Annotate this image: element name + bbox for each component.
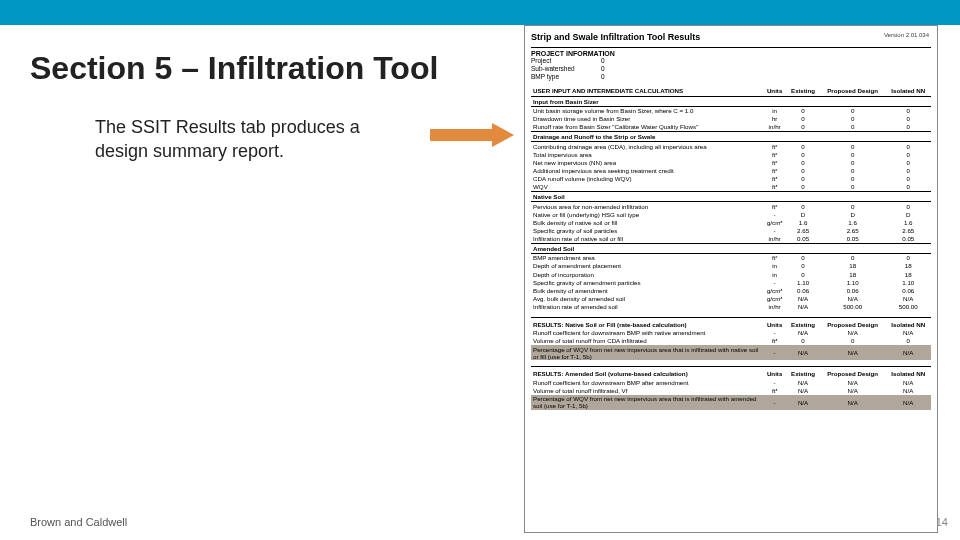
project-info-row: Sub-watershed0 (531, 65, 931, 73)
top-accent-bar (0, 0, 960, 25)
results-amended-table: RESULTS: Amended Soil (volume-based calc… (531, 366, 931, 410)
col-main: USER INPUT AND INTERMEDIATE CALCULATIONS (531, 86, 763, 96)
report-title: Strip and Swale Infiltration Tool Result… (531, 32, 931, 42)
results-amended-header: RESULTS: Amended Soil (volume-based calc… (531, 367, 763, 379)
project-info-row: BMP type0 (531, 73, 931, 81)
table-row: Net new impervious (NN) areaft²000 (531, 158, 931, 166)
table-row: Infiltration rate of native soil or fill… (531, 235, 931, 244)
table-row: Volume of total runoff from CDA infiltra… (531, 337, 931, 345)
report-preview: Strip and Swale Infiltration Tool Result… (524, 25, 938, 533)
table-row: Runoff coefficient for downstream BMP af… (531, 378, 931, 386)
table-row: Depth of amendment placementin01818 (531, 262, 931, 270)
section-name: Input from Basin Sizer (531, 96, 931, 106)
table-row: Runoff coefficient for downstream BMP wi… (531, 329, 931, 337)
section-name: Amended Soil (531, 243, 931, 253)
calc-table: USER INPUT AND INTERMEDIATE CALCULATIONS… (531, 86, 931, 310)
footer-credit: Brown and Caldwell (30, 516, 127, 528)
col-units: Units (763, 86, 786, 96)
results-native-header: RESULTS: Native Soil or Fill (rate-based… (531, 317, 763, 329)
col-proposed: Proposed Design (820, 86, 886, 96)
arrow-icon (430, 123, 520, 147)
table-row: WQVft³000 (531, 183, 931, 192)
table-row: Bulk density of native soil or fillg/cm³… (531, 218, 931, 226)
table-row: CDA runoff volume (including WQV)ft³000 (531, 175, 931, 183)
section-name: Drainage and Runoff to the Strip or Swal… (531, 132, 931, 142)
table-row: Total impervious areaft²000 (531, 150, 931, 158)
body-text: The SSIT Results tab produces a design s… (95, 115, 415, 164)
table-row: Runoff rate from Basin Sizer "Calibrate … (531, 123, 931, 132)
table-row: Percentage of WQV from net new imperviou… (531, 395, 931, 410)
table-row: Depth of incorporationin01818 (531, 270, 931, 278)
section-title: Section 5 – Infiltration Tool (30, 50, 438, 87)
project-info-header: PROJECT INFORMATION (531, 47, 931, 57)
table-row: Bulk density of amendmentg/cm³0.060.060.… (531, 286, 931, 294)
table-row: Additional impervious area seeking treat… (531, 167, 931, 175)
table-row: Drawdown time used in Basin Sizerhr000 (531, 115, 931, 123)
table-row: Pervious area for non-amended infiltrati… (531, 202, 931, 211)
table-row: Volume of total runoff infiltrated, Vfft… (531, 387, 931, 395)
section-name: Native Soil (531, 191, 931, 201)
table-row: Avg. bulk density of amended soilg/cm³N/… (531, 294, 931, 302)
results-native-table: RESULTS: Native Soil or Fill (rate-based… (531, 317, 931, 361)
table-row: Infiltration rate of amended soilin/hrN/… (531, 303, 931, 311)
table-row: BMP amendment areaft²000 (531, 253, 931, 262)
project-info-row: Project0 (531, 57, 931, 65)
table-row: Native or fill (underlying) HSG soil typ… (531, 210, 931, 218)
report-version: Version 2.01.034 (884, 32, 929, 38)
table-row: Contributing drainage area (CDA), includ… (531, 142, 931, 151)
table-row: Specific gravity of soil particles-2.652… (531, 226, 931, 234)
col-existing: Existing (786, 86, 820, 96)
table-row: Specific gravity of amendment particles-… (531, 278, 931, 286)
table-row: Percentage of WQV from net new imperviou… (531, 345, 931, 360)
col-isolated: Isolated NN (885, 86, 931, 96)
table-row: Unit basin storage volume from Basin Siz… (531, 106, 931, 115)
